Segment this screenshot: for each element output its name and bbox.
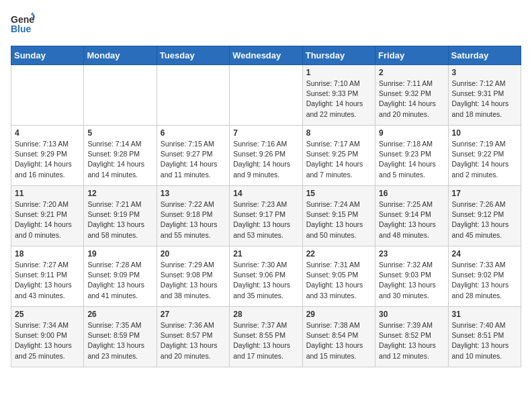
calendar-cell: 21Sunrise: 7:30 AM Sunset: 9:06 PM Dayli… [230,246,302,307]
day-header-sunday: Sunday [11,46,84,65]
day-header-thursday: Thursday [302,46,375,65]
calendar-cell: 23Sunrise: 7:32 AM Sunset: 9:03 PM Dayli… [375,246,448,307]
cell-info: Sunrise: 7:16 AM Sunset: 9:26 PM Dayligh… [233,139,298,180]
calendar-cell: 20Sunrise: 7:29 AM Sunset: 9:08 PM Dayli… [157,246,229,307]
week-row-4: 18Sunrise: 7:27 AM Sunset: 9:11 PM Dayli… [11,246,521,307]
cell-info: Sunrise: 7:18 AM Sunset: 9:23 PM Dayligh… [379,139,444,180]
day-header-saturday: Saturday [448,46,521,65]
calendar-cell: 31Sunrise: 7:40 AM Sunset: 8:51 PM Dayli… [448,307,521,367]
day-number: 7 [233,128,298,138]
day-number: 24 [452,249,517,259]
cell-info: Sunrise: 7:35 AM Sunset: 8:59 PM Dayligh… [87,320,152,361]
day-header-monday: Monday [84,46,157,65]
day-number: 11 [15,189,80,198]
cell-info: Sunrise: 7:13 AM Sunset: 9:29 PM Dayligh… [15,139,80,180]
calendar-cell: 22Sunrise: 7:31 AM Sunset: 9:05 PM Dayli… [302,246,375,307]
calendar-cell: 6Sunrise: 7:15 AM Sunset: 9:27 PM Daylig… [157,126,229,186]
cell-info: Sunrise: 7:36 AM Sunset: 8:57 PM Dayligh… [161,320,226,361]
calendar-cell: 5Sunrise: 7:14 AM Sunset: 9:28 PM Daylig… [84,126,157,186]
calendar-cell: 24Sunrise: 7:33 AM Sunset: 9:02 PM Dayli… [448,246,521,307]
cell-info: Sunrise: 7:31 AM Sunset: 9:05 PM Dayligh… [306,260,371,301]
cell-info: Sunrise: 7:38 AM Sunset: 8:54 PM Dayligh… [306,320,371,361]
calendar-cell: 11Sunrise: 7:20 AM Sunset: 9:21 PM Dayli… [11,186,84,246]
day-number: 20 [161,249,226,259]
calendar-cell: 2Sunrise: 7:11 AM Sunset: 9:32 PM Daylig… [375,65,448,126]
svg-text:Blue: Blue [11,24,32,34]
cell-info: Sunrise: 7:21 AM Sunset: 9:19 PM Dayligh… [87,199,152,240]
cell-info: Sunrise: 7:33 AM Sunset: 9:02 PM Dayligh… [452,260,517,301]
calendar-table: SundayMondayTuesdayWednesdayThursdayFrid… [11,46,521,367]
calendar-cell [230,65,302,126]
day-number: 14 [233,189,298,198]
cell-info: Sunrise: 7:22 AM Sunset: 9:18 PM Dayligh… [161,199,226,240]
cell-info: Sunrise: 7:28 AM Sunset: 9:09 PM Dayligh… [87,260,152,301]
day-number: 18 [15,249,80,259]
calendar-cell: 7Sunrise: 7:16 AM Sunset: 9:26 PM Daylig… [230,126,302,186]
cell-info: Sunrise: 7:17 AM Sunset: 9:25 PM Dayligh… [306,139,371,180]
week-row-5: 25Sunrise: 7:34 AM Sunset: 9:00 PM Dayli… [11,307,521,367]
cell-info: Sunrise: 7:27 AM Sunset: 9:11 PM Dayligh… [15,260,80,301]
day-number: 1 [306,68,371,77]
days-header-row: SundayMondayTuesdayWednesdayThursdayFrid… [11,46,521,65]
calendar-cell: 16Sunrise: 7:25 AM Sunset: 9:14 PM Dayli… [375,186,448,246]
day-number: 4 [15,128,80,138]
cell-info: Sunrise: 7:29 AM Sunset: 9:08 PM Dayligh… [161,260,226,301]
day-number: 10 [452,128,517,138]
cell-info: Sunrise: 7:39 AM Sunset: 8:52 PM Dayligh… [379,320,444,361]
calendar-cell: 8Sunrise: 7:17 AM Sunset: 9:25 PM Daylig… [302,126,375,186]
day-number: 21 [233,249,298,259]
week-row-1: 1Sunrise: 7:10 AM Sunset: 9:33 PM Daylig… [11,65,521,126]
cell-info: Sunrise: 7:40 AM Sunset: 8:51 PM Dayligh… [452,320,517,361]
week-row-3: 11Sunrise: 7:20 AM Sunset: 9:21 PM Dayli… [11,186,521,246]
calendar-cell: 29Sunrise: 7:38 AM Sunset: 8:54 PM Dayli… [302,307,375,367]
calendar-cell: 3Sunrise: 7:12 AM Sunset: 9:31 PM Daylig… [448,65,521,126]
day-number: 2 [379,68,444,77]
week-row-2: 4Sunrise: 7:13 AM Sunset: 9:29 PM Daylig… [11,126,521,186]
calendar-cell: 28Sunrise: 7:37 AM Sunset: 8:55 PM Dayli… [230,307,302,367]
day-number: 26 [87,310,152,319]
logo-icon: General Blue [11,11,35,38]
day-number: 29 [306,310,371,319]
day-number: 31 [452,310,517,319]
calendar-cell: 19Sunrise: 7:28 AM Sunset: 9:09 PM Dayli… [84,246,157,307]
day-number: 9 [379,128,444,138]
calendar-cell: 26Sunrise: 7:35 AM Sunset: 8:59 PM Dayli… [84,307,157,367]
cell-info: Sunrise: 7:34 AM Sunset: 9:00 PM Dayligh… [15,320,80,361]
cell-info: Sunrise: 7:10 AM Sunset: 9:33 PM Dayligh… [306,79,371,120]
calendar-cell: 17Sunrise: 7:26 AM Sunset: 9:12 PM Dayli… [448,186,521,246]
calendar-cell: 27Sunrise: 7:36 AM Sunset: 8:57 PM Dayli… [157,307,229,367]
day-number: 13 [161,189,226,198]
calendar-cell: 30Sunrise: 7:39 AM Sunset: 8:52 PM Dayli… [375,307,448,367]
day-number: 22 [306,249,371,259]
cell-info: Sunrise: 7:37 AM Sunset: 8:55 PM Dayligh… [233,320,298,361]
calendar-cell: 15Sunrise: 7:24 AM Sunset: 9:15 PM Dayli… [302,186,375,246]
page-header: General Blue [11,11,521,38]
cell-info: Sunrise: 7:12 AM Sunset: 9:31 PM Dayligh… [452,79,517,120]
day-number: 15 [306,189,371,198]
cell-info: Sunrise: 7:14 AM Sunset: 9:28 PM Dayligh… [87,139,152,180]
day-number: 17 [452,189,517,198]
cell-info: Sunrise: 7:24 AM Sunset: 9:15 PM Dayligh… [306,199,371,240]
day-number: 27 [161,310,226,319]
day-number: 25 [15,310,80,319]
logo: General Blue [11,11,35,38]
day-header-friday: Friday [375,46,448,65]
cell-info: Sunrise: 7:15 AM Sunset: 9:27 PM Dayligh… [161,139,226,180]
day-number: 16 [379,189,444,198]
calendar-cell: 1Sunrise: 7:10 AM Sunset: 9:33 PM Daylig… [302,65,375,126]
calendar-cell: 25Sunrise: 7:34 AM Sunset: 9:00 PM Dayli… [11,307,84,367]
day-header-tuesday: Tuesday [157,46,229,65]
cell-info: Sunrise: 7:19 AM Sunset: 9:22 PM Dayligh… [452,139,517,180]
day-number: 6 [161,128,226,138]
calendar-cell [11,65,84,126]
cell-info: Sunrise: 7:23 AM Sunset: 9:17 PM Dayligh… [233,199,298,240]
calendar-cell: 4Sunrise: 7:13 AM Sunset: 9:29 PM Daylig… [11,126,84,186]
day-number: 5 [87,128,152,138]
calendar-cell: 13Sunrise: 7:22 AM Sunset: 9:18 PM Dayli… [157,186,229,246]
day-number: 30 [379,310,444,319]
calendar-cell: 10Sunrise: 7:19 AM Sunset: 9:22 PM Dayli… [448,126,521,186]
day-number: 8 [306,128,371,138]
day-number: 19 [87,249,152,259]
cell-info: Sunrise: 7:25 AM Sunset: 9:14 PM Dayligh… [379,199,444,240]
day-number: 23 [379,249,444,259]
